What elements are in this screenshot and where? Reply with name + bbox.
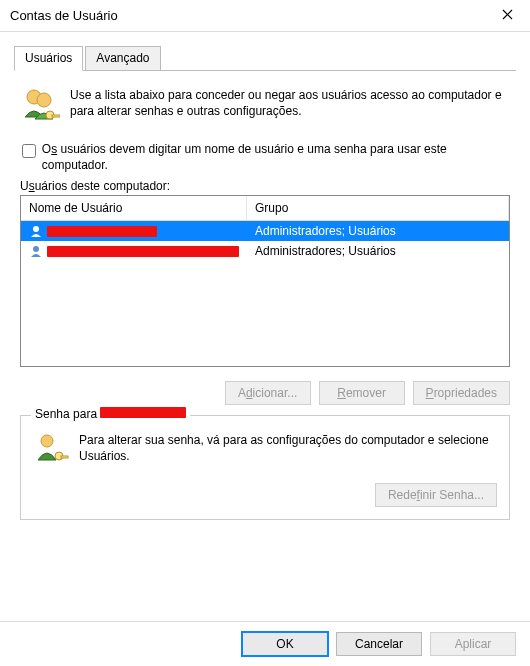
cancel-button[interactable]: Cancelar xyxy=(336,632,422,656)
must-enter-credentials-row: Os usuários devem digitar um nome de usu… xyxy=(20,142,510,173)
table-row[interactable]: Administradores; Usuários xyxy=(21,241,509,261)
apply-button[interactable]: Aplicar xyxy=(430,632,516,656)
table-row[interactable]: Administradores; Usuários xyxy=(21,221,509,241)
svg-point-1 xyxy=(37,93,51,107)
redacted-username xyxy=(47,226,157,237)
svg-point-5 xyxy=(33,246,39,252)
column-header-group[interactable]: Grupo xyxy=(247,196,509,220)
tab-users[interactable]: Usuários xyxy=(14,46,83,71)
username-cell xyxy=(21,243,247,259)
user-icon xyxy=(29,224,43,238)
user-icon xyxy=(29,244,43,258)
svg-rect-3 xyxy=(52,115,60,117)
dialog-footer: OK Cancelar Aplicar xyxy=(0,621,530,666)
user-key-icon xyxy=(33,430,69,469)
svg-rect-8 xyxy=(61,456,68,458)
password-groupbox: Senha para Para alterar sua senha, vá pa… xyxy=(20,415,510,520)
tab-strip: Usuários Avançado xyxy=(14,46,516,71)
password-info-text: Para alterar sua senha, vá para as confi… xyxy=(79,430,497,469)
must-enter-credentials-checkbox[interactable] xyxy=(22,144,36,158)
group-cell: Administradores; Usuários xyxy=(247,223,509,239)
close-button[interactable] xyxy=(484,0,530,32)
username-cell xyxy=(21,223,247,239)
properties-button[interactable]: Propriedades xyxy=(413,381,510,405)
tab-advanced[interactable]: Avançado xyxy=(85,46,160,71)
listview-header: Nome de Usuário Grupo xyxy=(21,196,509,221)
users-list-caption: Usuários deste computador: xyxy=(20,179,510,193)
user-buttons-row: Adicionar... Remover Propriedades xyxy=(20,381,510,405)
redacted-username xyxy=(100,407,186,418)
redacted-username xyxy=(47,246,239,257)
users-listview[interactable]: Nome de Usuário Grupo Administradores; U… xyxy=(20,195,510,367)
close-icon xyxy=(502,9,513,23)
add-user-button[interactable]: Adicionar... xyxy=(225,381,311,405)
reset-password-button[interactable]: Redefinir Senha... xyxy=(375,483,497,507)
titlebar: Contas de Usuário xyxy=(0,0,530,32)
intro-row: Use a lista abaixo para conceder ou nega… xyxy=(20,85,510,128)
remove-user-button[interactable]: Remover xyxy=(319,381,405,405)
svg-point-6 xyxy=(41,435,53,447)
must-enter-credentials-label[interactable]: Os usuários devem digitar um nome de usu… xyxy=(42,142,510,173)
group-cell: Administradores; Usuários xyxy=(247,243,509,259)
svg-point-4 xyxy=(33,226,39,232)
password-groupbox-legend: Senha para xyxy=(31,407,190,421)
intro-text: Use a lista abaixo para conceder ou nega… xyxy=(70,85,510,128)
column-header-username[interactable]: Nome de Usuário xyxy=(21,196,247,220)
ok-button[interactable]: OK xyxy=(242,632,328,656)
window-title: Contas de Usuário xyxy=(10,8,484,23)
users-keys-icon xyxy=(20,85,60,128)
